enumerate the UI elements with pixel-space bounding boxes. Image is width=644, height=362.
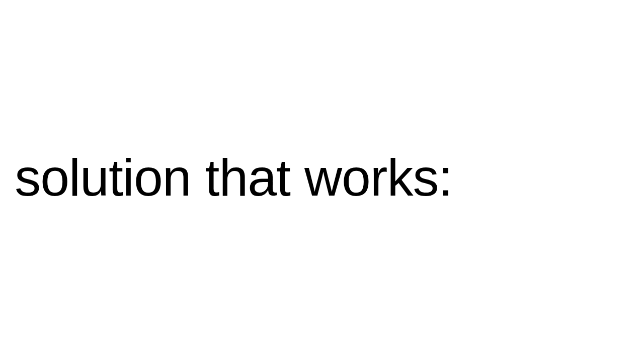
text-line-1: neral solution that works: xyxy=(0,142,644,213)
cropped-text-block: neral solution that works: const firstRe… xyxy=(0,0,644,362)
text-line-2: const firstResolvedPron xyxy=(0,355,644,362)
